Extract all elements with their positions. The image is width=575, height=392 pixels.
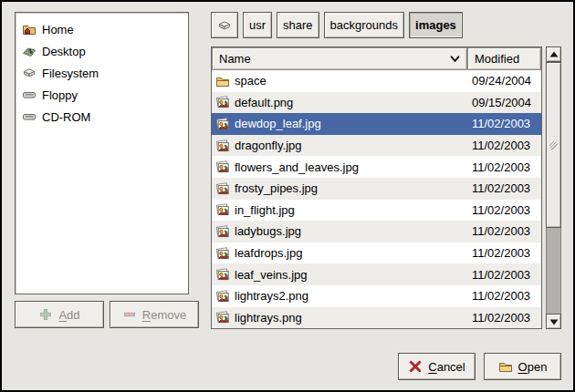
file-modified: 11/02/2003	[472, 246, 541, 260]
files-pane: usrsharebackgroundsimages Name Modified …	[211, 12, 561, 329]
file-name: ladybugs.jpg	[235, 224, 472, 238]
breadcrumb-root-button[interactable]	[211, 12, 238, 38]
sort-chevron-down-icon	[450, 54, 460, 64]
file-modified: 11/02/2003	[472, 139, 541, 152]
column-header-name-label: Name	[219, 52, 251, 66]
dialog-body: HomeDesktopFilesystemFloppyCD-ROM Add Re…	[15, 12, 561, 329]
cdrom-drive-icon	[22, 109, 37, 124]
sidebar-item-label: CD-ROM	[42, 110, 90, 124]
filesystem-icon	[217, 18, 232, 33]
file-modified: 11/02/2003	[472, 311, 541, 325]
image-file-icon	[215, 246, 230, 261]
file-row[interactable]: dragonfly.jpg11/02/2003	[212, 135, 541, 157]
sidebar-item-floppy[interactable]: Floppy	[16, 84, 188, 106]
file-row[interactable]: flowers_and_leaves.jpg11/02/2003	[212, 156, 541, 178]
file-name: flowers_and_leaves.jpg	[235, 160, 472, 174]
arrow-up-icon	[547, 47, 561, 62]
sidebar-item-filesystem[interactable]: Filesystem	[16, 62, 188, 84]
breadcrumb-label: share	[283, 18, 313, 32]
file-list: Name Modified space09/24/2004default.png…	[211, 46, 542, 329]
add-plus-icon	[38, 307, 53, 322]
column-header-modified-label: Modified	[475, 52, 519, 66]
file-modified: 11/02/2003	[472, 117, 541, 130]
column-header-modified[interactable]: Modified	[467, 47, 541, 70]
cancel-button[interactable]: Cancel	[398, 353, 476, 380]
file-row[interactable]: lightrays.png11/02/2003	[212, 307, 541, 328]
remove-button[interactable]: Remove	[110, 301, 199, 328]
cancel-button-label: Cancel	[428, 360, 465, 374]
folder-icon	[215, 74, 230, 88]
file-modified: 11/02/2003	[472, 224, 541, 238]
floppy-drive-icon	[22, 88, 37, 102]
add-button[interactable]: Add	[15, 301, 104, 328]
file-row[interactable]: in_flight.jpg11/02/2003	[212, 200, 541, 222]
breadcrumb-share[interactable]: share	[277, 12, 319, 38]
filesystem-icon	[22, 66, 37, 80]
image-file-icon	[215, 181, 230, 196]
file-name: dragonfly.jpg	[235, 139, 472, 152]
dialog-actions: Cancel Open	[15, 353, 561, 380]
file-chooser-dialog: HomeDesktopFilesystemFloppyCD-ROM Add Re…	[0, 0, 575, 392]
places-actions: Add Remove	[15, 301, 199, 328]
file-row[interactable]: ladybugs.jpg11/02/2003	[212, 221, 541, 242]
file-modified: 09/24/2004	[472, 74, 541, 88]
file-rows: space09/24/2004default.png09/15/2004dewd…	[212, 70, 541, 328]
list-header: Name Modified	[212, 47, 541, 70]
image-file-icon	[215, 310, 230, 325]
remove-button-label: Remove	[142, 308, 186, 322]
image-file-icon	[215, 267, 230, 282]
sidebar-item-label: Floppy	[42, 88, 78, 102]
file-row[interactable]: leafdrops.jpg11/02/2003	[212, 242, 541, 264]
file-modified: 11/02/2003	[472, 160, 541, 174]
open-button-label: Open	[518, 360, 548, 374]
file-name: in_flight.jpg	[235, 203, 472, 217]
file-row[interactable]: dewdop_leaf.jpg11/02/2003	[212, 113, 541, 135]
sidebar-item-label: Home	[42, 23, 74, 36]
sidebar-item-label: Desktop	[42, 45, 86, 58]
breadcrumb-label: usr	[249, 18, 266, 32]
places-list: HomeDesktopFilesystemFloppyCD-ROM	[15, 12, 189, 294]
file-row[interactable]: space09/24/2004	[212, 70, 541, 92]
file-name: dewdop_leaf.jpg	[235, 117, 472, 130]
file-name: lightrays.png	[235, 311, 472, 325]
image-file-icon	[215, 139, 230, 153]
home-folder-icon	[22, 22, 37, 36]
breadcrumb-backgrounds[interactable]: backgrounds	[324, 12, 404, 38]
scroll-down-button[interactable]	[546, 314, 561, 329]
open-button[interactable]: Open	[484, 353, 561, 380]
file-modified: 11/02/2003	[472, 289, 541, 303]
file-name: space	[235, 74, 472, 88]
file-name: frosty_pipes.jpg	[235, 181, 472, 195]
open-folder-icon	[498, 359, 513, 374]
column-header-name[interactable]: Name	[212, 47, 467, 70]
scroll-up-button[interactable]	[546, 46, 561, 62]
breadcrumb: usrsharebackgroundsimages	[211, 12, 561, 38]
breadcrumb-usr[interactable]: usr	[243, 12, 272, 38]
file-row[interactable]: default.png09/15/2004	[212, 92, 541, 114]
file-modified: 09/15/2004	[472, 96, 541, 109]
scrollbar-thumb[interactable]	[546, 62, 561, 228]
scrollbar-track[interactable]	[546, 62, 561, 314]
file-row[interactable]: leaf_veins.jpg11/02/2003	[212, 263, 541, 285]
file-modified: 11/02/2003	[472, 203, 541, 217]
image-file-icon	[215, 160, 230, 174]
arrow-down-icon	[547, 315, 561, 329]
sidebar-item-desktop[interactable]: Desktop	[16, 40, 188, 62]
thumb-grip-icon	[549, 140, 559, 150]
image-file-icon	[215, 95, 230, 109]
sidebar-item-cd-rom[interactable]: CD-ROM	[16, 106, 188, 128]
breadcrumb-images[interactable]: images	[409, 12, 463, 38]
file-list-area: Name Modified space09/24/2004default.png…	[211, 46, 561, 329]
breadcrumb-label: images	[415, 18, 456, 32]
file-modified: 11/02/2003	[472, 181, 541, 195]
image-file-icon	[215, 117, 230, 131]
add-button-label: Add	[58, 308, 79, 322]
cancel-x-icon	[408, 359, 423, 374]
sidebar-item-home[interactable]: Home	[16, 18, 188, 40]
file-name: leafdrops.jpg	[235, 246, 472, 260]
file-name: default.png	[235, 96, 472, 109]
file-row[interactable]: frosty_pipes.jpg11/02/2003	[212, 178, 541, 200]
sidebar-item-label: Filesystem	[42, 67, 99, 80]
image-file-icon	[215, 224, 230, 239]
file-row[interactable]: lightrays2.png11/02/2003	[212, 285, 541, 307]
